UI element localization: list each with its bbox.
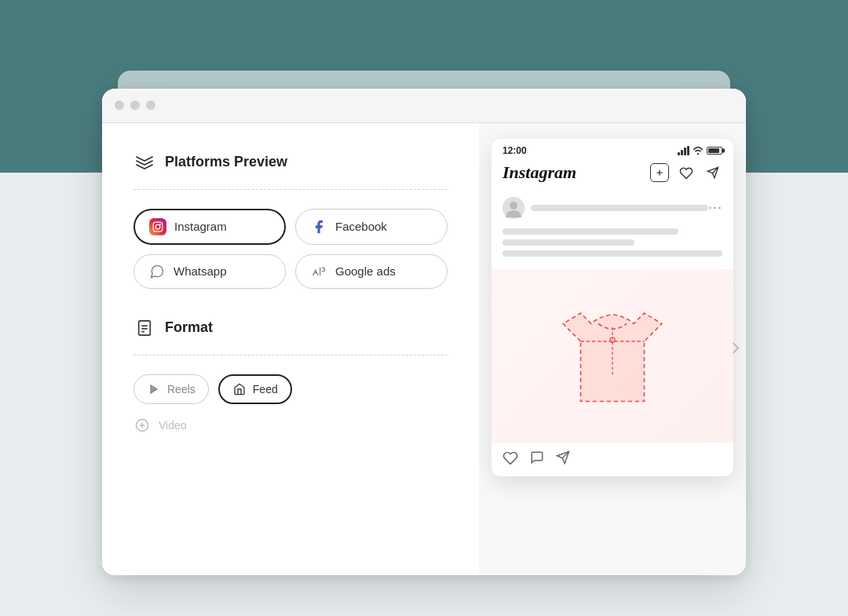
facebook-label: Facebook <box>335 220 387 233</box>
battery-icon <box>707 147 722 155</box>
svg-marker-7 <box>151 385 157 393</box>
platform-whatsapp-button[interactable]: Whatsapp <box>133 254 286 289</box>
signal-icon <box>678 146 689 155</box>
svg-point-11 <box>697 152 699 154</box>
whatsapp-icon <box>148 263 166 280</box>
ig-text-line-2 <box>503 239 634 246</box>
ig-text-line-1 <box>503 228 678 235</box>
video-option: Video <box>133 417 448 434</box>
video-label: Video <box>159 419 187 432</box>
format-section: Format Reels <box>133 317 448 434</box>
instagram-icon <box>149 218 166 235</box>
instagram-label: Instagram <box>174 220 227 233</box>
shirt-illustration <box>542 285 683 426</box>
left-panel: Platforms Preview <box>102 123 479 575</box>
browser-content: Platforms Preview <box>102 123 746 575</box>
google-ads-icon <box>310 263 327 280</box>
browser-window: Platforms Preview <box>102 89 746 575</box>
ig-status-bar: 12:00 <box>492 139 733 159</box>
platform-googleads-button[interactable]: Google ads <box>295 254 448 289</box>
ig-username-bar <box>531 205 708 211</box>
svg-rect-3 <box>139 320 151 334</box>
format-title: Format <box>165 319 213 336</box>
ig-send-icon[interactable] <box>704 163 722 182</box>
ig-status-icons <box>678 146 722 155</box>
reels-play-icon <box>147 382 161 396</box>
ig-app-title: Instagram <box>503 162 576 183</box>
browser-dots <box>115 100 155 110</box>
ig-image-area <box>492 269 733 442</box>
video-add-icon <box>133 417 151 434</box>
formats-grid: Reels Feed <box>133 374 448 404</box>
format-divider <box>133 355 448 355</box>
format-icon <box>133 317 155 339</box>
platforms-title: Platforms Preview <box>165 154 287 170</box>
ig-text-lines <box>492 225 733 269</box>
ig-header: Instagram <box>492 159 733 191</box>
platforms-section-header: Platforms Preview <box>133 151 448 173</box>
ig-add-icon[interactable] <box>650 163 669 182</box>
format-feed-button[interactable]: Feed <box>218 374 292 404</box>
ig-comment-icon[interactable] <box>529 450 545 468</box>
feed-home-icon <box>232 382 247 396</box>
format-reels-button[interactable]: Reels <box>133 374 209 404</box>
right-panel: 12:00 <box>479 123 746 575</box>
ig-post-header: ··· <box>492 191 733 225</box>
ig-avatar <box>503 197 525 219</box>
svg-rect-0 <box>153 222 163 231</box>
platforms-grid: Instagram Facebook <box>133 209 448 289</box>
whatsapp-label: Whatsapp <box>174 264 227 278</box>
layers-icon <box>133 151 155 173</box>
format-section-header: Format <box>133 317 448 339</box>
platforms-divider <box>133 189 448 190</box>
dot-green <box>146 100 155 110</box>
ig-more-button[interactable]: ··· <box>708 199 722 216</box>
ig-heart-icon[interactable] <box>677 163 696 182</box>
ig-header-icons <box>650 163 722 182</box>
browser-titlebar <box>102 89 746 123</box>
right-arrow-icon[interactable] <box>732 341 740 356</box>
dot-yellow <box>130 100 140 110</box>
dot-red <box>115 100 124 110</box>
facebook-icon <box>310 218 327 235</box>
ig-time: 12:00 <box>503 145 527 156</box>
platform-facebook-button[interactable]: Facebook <box>295 209 448 245</box>
wifi-icon <box>693 146 704 155</box>
svg-point-17 <box>510 202 517 210</box>
ig-share-icon[interactable] <box>556 450 570 468</box>
reels-label: Reels <box>167 383 196 395</box>
svg-point-1 <box>155 224 160 229</box>
platform-instagram-button[interactable]: Instagram <box>133 209 286 245</box>
svg-point-2 <box>159 223 161 224</box>
ig-bottom-actions <box>492 442 733 476</box>
feed-label: Feed <box>253 383 278 395</box>
google-ads-label: Google ads <box>335 264 396 278</box>
ig-like-icon[interactable] <box>503 450 518 468</box>
instagram-mockup: 12:00 <box>492 139 733 476</box>
ig-text-line-3 <box>503 250 722 257</box>
